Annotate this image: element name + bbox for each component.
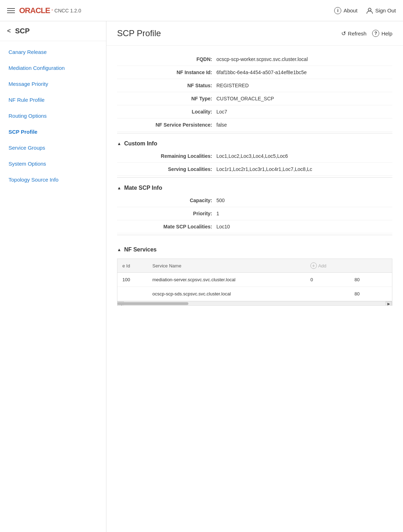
help-icon: ?: [372, 30, 379, 37]
nf-services-section-header: ▲ NF Services: [117, 241, 392, 256]
custom-info-section-header: ▲ Custom Info: [117, 135, 392, 150]
page-title: SCP Profile: [117, 28, 161, 38]
sidebar-item-message-priority[interactable]: Message Priority: [0, 76, 106, 92]
mate-scp-localities-value: Loc10: [216, 224, 392, 229]
sidebar-title: SCP: [15, 27, 30, 35]
serving-localities-value: Loc1r1,Loc2r1,Loc3r1,Loc4r1,Loc7,Loc8,Lc: [216, 166, 392, 172]
table-horizontal-scrollbar[interactable]: ◀ ▶: [117, 301, 392, 305]
custom-info-title: Custom Info: [124, 140, 157, 147]
sidebar-item-routing-options[interactable]: Routing Options: [0, 108, 106, 124]
sidebar-item-system-options[interactable]: System Options: [0, 156, 106, 172]
help-label: Help: [381, 31, 392, 37]
row1-col3: 0: [305, 273, 349, 287]
nf-instance-id-label: NF Instance Id:: [117, 70, 216, 75]
field-remaining-localities: Remaining Localities: Loc1,Loc2,Loc3,Loc…: [117, 150, 392, 163]
about-button[interactable]: i About: [334, 7, 357, 14]
sidebar-nav: Canary Release Mediation Configuration M…: [0, 41, 106, 190]
row2-id: [117, 287, 147, 301]
sidebar: < SCP Canary Release Mediation Configura…: [0, 21, 106, 532]
sidebar-item-nf-rule-profile[interactable]: NF Rule Profile: [0, 92, 106, 108]
row2-col5: [375, 287, 392, 301]
row2-name: ocscp-scp-sds.scpsvc.svc.cluster.local: [147, 287, 305, 301]
priority-label: Priority:: [117, 211, 216, 216]
field-nf-instance-id: NF Instance Id: 6faf1bbc-6e4a-4454-a507-…: [117, 66, 392, 79]
col-header-add: + Add: [305, 259, 349, 273]
field-priority: Priority: 1: [117, 207, 392, 220]
back-button[interactable]: <: [7, 27, 11, 35]
field-serving-localities: Serving Localities: Loc1r1,Loc2r1,Loc3r1…: [117, 163, 392, 176]
remaining-localities-label: Remaining Localities:: [117, 153, 216, 159]
field-capacity: Capacity: 500: [117, 194, 392, 207]
serving-localities-label: Serving Localities:: [117, 166, 216, 172]
row2-col3: [305, 287, 349, 301]
nf-services-collapse-icon[interactable]: ▲: [117, 247, 121, 252]
mate-scp-collapse-icon[interactable]: ▲: [117, 185, 121, 190]
logo-superscript: °: [51, 9, 53, 13]
nf-instance-id-value: 6faf1bbc-6e4a-4454-a507-a14ef8e1bc5e: [216, 70, 392, 75]
row2-col4: 80: [349, 287, 375, 301]
sidebar-header: < SCP: [0, 21, 106, 41]
refresh-label: Refresh: [348, 31, 367, 37]
field-locality: Locality: Loc7: [117, 105, 392, 118]
refresh-icon: ↺: [341, 30, 346, 37]
signout-button[interactable]: Sign Out: [366, 7, 396, 14]
row1-id: 100: [117, 273, 147, 287]
mate-scp-divider: [117, 177, 392, 178]
col-header-id: e Id: [117, 259, 147, 273]
locality-label: Locality:: [117, 109, 216, 115]
mate-scp-title: Mate SCP Info: [124, 185, 162, 191]
field-nf-status: NF Status: REGISTERED: [117, 79, 392, 92]
nf-type-value: CUSTOM_ORACLE_SCP: [216, 96, 392, 101]
header-right: i About Sign Out: [334, 7, 396, 14]
add-label: Add: [318, 263, 326, 268]
plus-icon: +: [310, 262, 317, 269]
mate-scp-section-header: ▲ Mate SCP Info: [117, 179, 392, 194]
mate-scp-localities-label: Mate SCP Localities:: [117, 224, 216, 229]
priority-value: 1: [216, 211, 392, 216]
nf-services-table-container: e Id Service Name + Add: [117, 259, 392, 306]
row1-name: mediation-server.scpsvc.svc.cluster.loca…: [147, 273, 305, 287]
locality-value: Loc7: [216, 109, 392, 115]
custom-info-collapse-icon[interactable]: ▲: [117, 141, 121, 146]
nf-status-value: REGISTERED: [216, 83, 392, 88]
remaining-localities-value: Loc1,Loc2,Loc3,Loc4,Loc5,Loc6: [216, 153, 392, 159]
nf-type-label: NF Type:: [117, 96, 216, 101]
capacity-label: Capacity:: [117, 198, 216, 203]
row1-col5: [375, 273, 392, 287]
sidebar-item-service-groups[interactable]: Service Groups: [0, 140, 106, 156]
svg-point-0: [368, 8, 371, 11]
scroll-right-arrow[interactable]: ▶: [386, 301, 392, 305]
add-service-button[interactable]: + Add: [310, 262, 326, 269]
about-label: About: [343, 7, 357, 13]
table-row: ocscp-scp-sds.scpsvc.svc.cluster.local 8…: [117, 287, 392, 301]
table-header-row: e Id Service Name + Add: [117, 259, 392, 273]
capacity-value: 500: [216, 198, 392, 203]
help-button[interactable]: ? Help: [372, 30, 392, 37]
field-mate-scp-localities: Mate SCP Localities: Loc10: [117, 220, 392, 233]
field-nf-service-persistence: NF Service Persistence: false: [117, 118, 392, 132]
hamburger-menu[interactable]: [7, 8, 15, 13]
nf-status-label: NF Status:: [117, 83, 216, 88]
sidebar-item-mediation-configuration[interactable]: Mediation Configuration: [0, 60, 106, 76]
sidebar-item-topology-source-info[interactable]: Topology Source Info: [0, 172, 106, 188]
cncc-version-text: CNCC 1.2.0: [54, 8, 81, 13]
app-logo: ORACLE ° CNCC 1.2.0: [19, 6, 81, 15]
person-icon: [366, 7, 373, 14]
about-icon: i: [334, 7, 341, 14]
col-header-service-name: Service Name: [147, 259, 305, 273]
fqdn-value: ocscp-scp-worker.scpsvc.svc.cluster.loca…: [216, 56, 392, 62]
nf-service-persistence-label: NF Service Persistence:: [117, 122, 216, 128]
refresh-button[interactable]: ↺ Refresh: [341, 30, 367, 37]
scrollbar-thumb[interactable]: [117, 302, 188, 305]
profile-content: FQDN: ocscp-scp-worker.scpsvc.svc.cluste…: [106, 46, 403, 313]
col-header-extra1: [349, 259, 375, 273]
main-actions: ↺ Refresh ? Help: [341, 30, 392, 37]
row1-col4: 80: [349, 273, 375, 287]
field-nf-type: NF Type: CUSTOM_ORACLE_SCP: [117, 92, 392, 105]
fqdn-label: FQDN:: [117, 56, 216, 62]
sidebar-item-scp-profile[interactable]: SCP Profile: [0, 124, 106, 140]
sidebar-item-canary-release[interactable]: Canary Release: [0, 44, 106, 60]
nf-service-persistence-value: false: [216, 122, 392, 128]
nf-services-divider: [117, 235, 392, 235]
col-header-extra2: [375, 259, 392, 273]
